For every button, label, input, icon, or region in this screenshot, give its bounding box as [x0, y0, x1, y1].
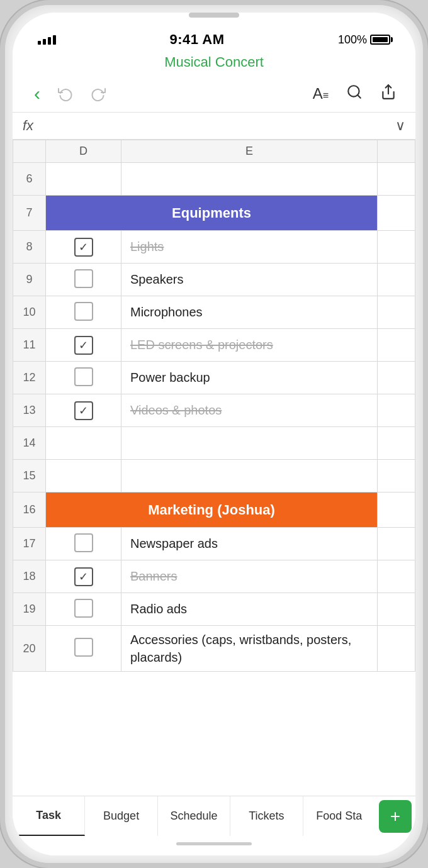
row-15-extra [378, 460, 415, 492]
row-12-extra [378, 362, 415, 394]
undo-button[interactable] [55, 84, 76, 104]
row-17-checkbox-cell[interactable] [46, 528, 121, 560]
checkmark-icon: ✓ [79, 405, 88, 416]
checkmark-icon: ✓ [79, 571, 88, 582]
checkbox-videos[interactable]: ✓ [74, 401, 93, 420]
signal-icon [38, 35, 56, 45]
redo-button[interactable] [88, 84, 108, 104]
row-8-extra [378, 231, 415, 264]
row-18-data: Banners [121, 560, 378, 593]
checkbox-microphones[interactable] [74, 302, 93, 321]
table-row: 19 Radio ads [13, 593, 415, 626]
checkbox-accessories[interactable] [74, 638, 93, 657]
row-6-col-e [121, 163, 378, 196]
row-13-data: Videos & photos [121, 394, 378, 427]
add-tab-icon: + [390, 806, 400, 826]
row-16-extra [378, 492, 415, 528]
row-17-data: Newspaper ads [121, 528, 378, 560]
newspaper-label: Newspaper ads [130, 537, 218, 550]
row-18-checkbox-cell[interactable]: ✓ [46, 560, 121, 593]
microphones-label: Microphones [130, 305, 203, 319]
row-num-18: 18 [13, 560, 46, 593]
toolbar-right: A≡ [313, 84, 397, 104]
table-row: 8 ✓ Lights [13, 231, 415, 264]
accessories-label: Accessories (caps, wristbands, posters, … [130, 633, 351, 664]
checkbox-speakers[interactable] [74, 269, 93, 288]
row-10-extra [378, 296, 415, 329]
row-15-col-d [46, 460, 121, 492]
row-num-14: 14 [13, 427, 46, 460]
checkbox-newspaper[interactable] [74, 533, 93, 552]
app-title: Musical Concert [13, 53, 415, 75]
row-17-extra [378, 528, 415, 560]
formula-chevron-button[interactable]: ∨ [395, 118, 405, 134]
share-icon[interactable] [380, 84, 397, 104]
row-19-checkbox-cell[interactable] [46, 593, 121, 626]
tab-food-sta[interactable]: Food Sta [303, 796, 375, 836]
table-row: 18 ✓ Banners [13, 560, 415, 593]
phone-inner: 9:41 AM 100% Musical Concert ‹ A≡ [13, 13, 415, 855]
row-12-checkbox-cell[interactable] [46, 362, 121, 394]
search-icon[interactable] [346, 84, 363, 104]
battery-fill [373, 37, 388, 42]
table-row: 9 Speakers [13, 264, 415, 296]
spreadsheet: D E 6 7 Equipmen [13, 140, 415, 796]
row-20-checkbox-cell[interactable] [46, 626, 121, 672]
row-10-checkbox-cell[interactable] [46, 296, 121, 329]
tab-schedule[interactable]: Schedule [158, 796, 230, 836]
checkmark-icon: ✓ [79, 340, 88, 351]
status-bar: 9:41 AM 100% [13, 20, 415, 53]
table-row: 6 [13, 163, 415, 196]
row-15-col-e [121, 460, 378, 492]
row-6-col-d [46, 163, 121, 196]
checkbox-banners[interactable]: ✓ [74, 567, 93, 586]
row-11-checkbox-cell[interactable]: ✓ [46, 329, 121, 362]
radio-label: Radio ads [130, 602, 187, 616]
marketing-section-header: Marketing (Joshua) [46, 492, 378, 528]
row-8-checkbox-cell[interactable]: ✓ [46, 231, 121, 264]
row-13-checkbox-cell[interactable]: ✓ [46, 394, 121, 427]
font-size-icon[interactable]: A≡ [313, 85, 329, 103]
row-9-extra [378, 264, 415, 296]
add-tab-button[interactable]: + [379, 800, 412, 833]
back-button[interactable]: ‹ [31, 81, 43, 107]
row-7-col-extra [378, 196, 415, 231]
tab-budget[interactable]: Budget [85, 796, 157, 836]
formula-bar: fx ∨ [13, 113, 415, 140]
tab-task[interactable]: Task [13, 796, 85, 836]
row-20-data: Accessories (caps, wristbands, posters, … [121, 626, 378, 672]
row-num-17: 17 [13, 528, 46, 560]
checkmark-icon: ✓ [79, 242, 88, 253]
row-18-extra [378, 560, 415, 593]
tab-food-sta-label: Food Sta [316, 810, 362, 823]
checkbox-radio[interactable] [74, 599, 93, 618]
phone-frame: 9:41 AM 100% Musical Concert ‹ A≡ [0, 0, 428, 868]
row-11-extra [378, 329, 415, 362]
videos-label: Videos & photos [130, 403, 222, 417]
row-num-20: 20 [13, 626, 46, 672]
tab-task-label: Task [36, 809, 61, 822]
checkbox-led[interactable]: ✓ [74, 336, 93, 355]
checkbox-power[interactable] [74, 367, 93, 386]
tab-budget-label: Budget [103, 810, 139, 823]
checkbox-lights[interactable]: ✓ [74, 238, 93, 257]
table-row: 17 Newspaper ads [13, 528, 415, 560]
speakers-label: Speakers [130, 272, 184, 286]
row-8-data: Lights [121, 231, 378, 264]
row-9-checkbox-cell[interactable] [46, 264, 121, 296]
home-indicator [13, 836, 415, 855]
row-20-extra [378, 626, 415, 672]
status-time: 9:41 AM [169, 31, 224, 48]
battery-icon [370, 35, 390, 45]
col-header-extra [378, 140, 415, 163]
table-row: 11 ✓ LED screens & projectors [13, 329, 415, 362]
table-row: 14 [13, 427, 415, 460]
row-num-13: 13 [13, 394, 46, 427]
row-13-extra [378, 394, 415, 427]
status-battery: 100% [338, 33, 390, 47]
bottom-tabs: Task Budget Schedule Tickets Food Sta + [13, 796, 415, 836]
notch-pill [189, 13, 239, 18]
row-num-12: 12 [13, 362, 46, 394]
row-num-9: 9 [13, 264, 46, 296]
tab-tickets[interactable]: Tickets [230, 796, 303, 836]
